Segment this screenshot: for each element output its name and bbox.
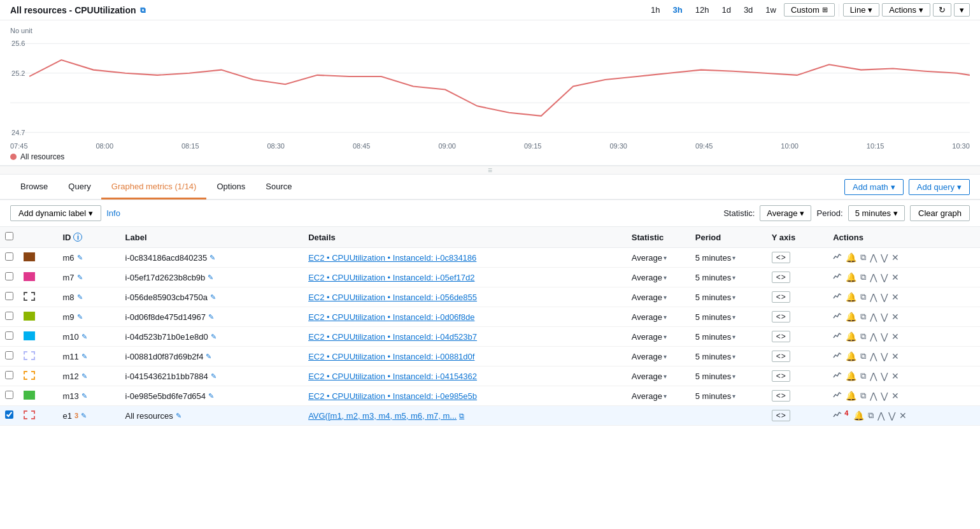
- action-move-up-icon[interactable]: ⋀: [870, 351, 877, 361]
- action-copy-icon[interactable]: ⧉: [860, 371, 866, 381]
- action-remove-icon[interactable]: ✕: [891, 371, 899, 381]
- external-link-icon[interactable]: ⧉: [140, 6, 146, 15]
- more-options-button[interactable]: ▾: [954, 3, 970, 17]
- row-yaxis-cell[interactable]: < >: [767, 347, 828, 366]
- action-remove-icon[interactable]: ✕: [891, 391, 899, 401]
- row-checkbox[interactable]: [5, 292, 13, 300]
- action-move-down-icon[interactable]: ⋁: [881, 272, 888, 282]
- action-graph-icon[interactable]: [833, 312, 842, 322]
- row-checkbox[interactable]: [5, 371, 13, 379]
- action-bell-icon[interactable]: 🔔: [846, 391, 856, 401]
- row-checkbox[interactable]: [5, 312, 13, 320]
- edit-label-icon[interactable]: ✎: [208, 313, 214, 321]
- edit-label-icon[interactable]: ✎: [211, 333, 217, 341]
- action-remove-icon[interactable]: ✕: [891, 312, 899, 322]
- time-3h[interactable]: 3h: [668, 4, 688, 16]
- details-link[interactable]: EC2 • CPUUtilization • InstanceId: i-0d0…: [308, 312, 621, 322]
- yaxis-right-icon[interactable]: >: [781, 332, 786, 341]
- yaxis-left-icon[interactable]: <: [776, 372, 781, 380]
- details-link[interactable]: EC2 • CPUUtilization • InstanceId: i-041…: [308, 372, 621, 381]
- dynamic-label-button[interactable]: Add dynamic label ▾: [10, 205, 101, 221]
- action-graph-icon[interactable]: [833, 391, 842, 402]
- yaxis-right-icon[interactable]: >: [781, 273, 786, 282]
- row-details-cell[interactable]: EC2 • CPUUtilization • InstanceId: i-041…: [303, 366, 627, 386]
- row-statistic-cell[interactable]: Average ▾: [627, 287, 690, 307]
- edit-id-icon[interactable]: ✎: [82, 333, 87, 341]
- action-bell-icon[interactable]: 🔔: [853, 410, 864, 421]
- action-move-up-icon[interactable]: ⋀: [870, 272, 877, 282]
- row-checkbox[interactable]: [5, 351, 13, 359]
- row-statistic-cell[interactable]: Average ▾: [627, 386, 690, 406]
- action-graph-icon[interactable]: [833, 272, 842, 283]
- action-move-down-icon[interactable]: ⋁: [881, 252, 888, 263]
- row-checkbox-cell[interactable]: [0, 386, 18, 406]
- action-graph-icon[interactable]: [833, 292, 842, 303]
- yaxis-left-icon[interactable]: <: [776, 332, 781, 341]
- action-bell-icon[interactable]: 🔔: [846, 351, 856, 361]
- action-move-down-icon[interactable]: ⋁: [881, 331, 888, 342]
- time-1h[interactable]: 1h: [646, 4, 665, 16]
- row-details-cell[interactable]: EC2 • CPUUtilization • InstanceId: i-0e9…: [303, 386, 627, 406]
- action-graph-icon[interactable]: [833, 410, 842, 421]
- action-bell-icon[interactable]: 🔔: [846, 331, 856, 342]
- row-badge[interactable]: 3: [75, 412, 78, 419]
- row-details-cell[interactable]: EC2 • CPUUtilization • InstanceId: i-0d0…: [303, 307, 627, 327]
- row-period-cell[interactable]: 5 minutes ▾: [690, 347, 767, 366]
- action-copy-icon[interactable]: ⧉: [860, 252, 866, 263]
- action-move-up-icon[interactable]: ⋀: [870, 331, 877, 342]
- action-move-up-icon[interactable]: ⋀: [870, 252, 877, 263]
- action-bell-icon[interactable]: 🔔: [846, 272, 856, 282]
- th-select-all[interactable]: [0, 227, 18, 248]
- action-copy-icon[interactable]: ⧉: [860, 312, 866, 322]
- row-period-cell[interactable]: [690, 406, 767, 426]
- row-checkbox[interactable]: [5, 272, 13, 280]
- row-checkbox[interactable]: [5, 410, 13, 419]
- edit-id-icon[interactable]: ✎: [81, 412, 87, 420]
- action-remove-icon[interactable]: ✕: [891, 331, 899, 342]
- row-checkbox-cell[interactable]: [0, 248, 18, 268]
- row-period-cell[interactable]: 5 minutes ▾: [690, 366, 767, 386]
- row-yaxis-cell[interactable]: < >: [767, 248, 828, 268]
- row-period-cell[interactable]: 5 minutes ▾: [690, 386, 767, 406]
- action-graph-icon[interactable]: [833, 351, 842, 362]
- yaxis-left-icon[interactable]: <: [776, 293, 781, 301]
- details-link[interactable]: EC2 • CPUUtilization • InstanceId: i-0c8…: [308, 253, 621, 263]
- tab-source[interactable]: Source: [255, 175, 302, 199]
- row-period-cell[interactable]: 5 minutes ▾: [690, 327, 767, 347]
- action-bell-icon[interactable]: 🔔: [846, 292, 856, 302]
- row-statistic-cell[interactable]: Average ▾: [627, 268, 690, 287]
- yaxis-left-icon[interactable]: <: [776, 411, 781, 420]
- row-checkbox-cell[interactable]: [0, 406, 18, 426]
- row-checkbox[interactable]: [5, 252, 13, 261]
- yaxis-right-icon[interactable]: >: [781, 411, 786, 420]
- details-link[interactable]: EC2 • CPUUtilization • InstanceId: i-05e…: [308, 273, 621, 282]
- row-period-cell[interactable]: 5 minutes ▾: [690, 287, 767, 307]
- action-bell-icon[interactable]: 🔔: [846, 371, 856, 381]
- action-move-up-icon[interactable]: ⋀: [877, 410, 884, 421]
- yaxis-left-icon[interactable]: <: [776, 253, 781, 262]
- row-checkbox-cell[interactable]: [0, 347, 18, 366]
- edit-label-icon[interactable]: ✎: [176, 412, 181, 420]
- action-copy-icon[interactable]: ⧉: [860, 331, 866, 342]
- row-yaxis-cell[interactable]: < >: [767, 406, 828, 426]
- row-checkbox-cell[interactable]: [0, 366, 18, 386]
- action-copy-icon[interactable]: ⧉: [860, 351, 866, 361]
- time-3d[interactable]: 3d: [739, 4, 758, 16]
- row-checkbox-cell[interactable]: [0, 268, 18, 287]
- tab-query[interactable]: Query: [58, 175, 101, 199]
- yaxis-right-icon[interactable]: >: [781, 293, 786, 301]
- row-checkbox-cell[interactable]: [0, 307, 18, 327]
- edit-id-icon[interactable]: ✎: [77, 254, 83, 262]
- action-copy-icon[interactable]: ⧉: [860, 391, 866, 401]
- tab-options[interactable]: Options: [206, 175, 255, 199]
- row-details-cell[interactable]: EC2 • CPUUtilization • InstanceId: i-008…: [303, 347, 627, 366]
- row-statistic-cell[interactable]: Average ▾: [627, 366, 690, 386]
- add-query-button[interactable]: Add query ▾: [909, 179, 970, 195]
- action-remove-icon[interactable]: ✕: [891, 252, 899, 263]
- yaxis-left-icon[interactable]: <: [776, 391, 781, 400]
- row-statistic-cell[interactable]: Average ▾: [627, 307, 690, 327]
- row-statistic-cell[interactable]: [627, 406, 690, 426]
- row-checkbox[interactable]: [5, 391, 13, 399]
- edit-label-icon[interactable]: ✎: [210, 293, 216, 301]
- row-checkbox-cell[interactable]: [0, 287, 18, 307]
